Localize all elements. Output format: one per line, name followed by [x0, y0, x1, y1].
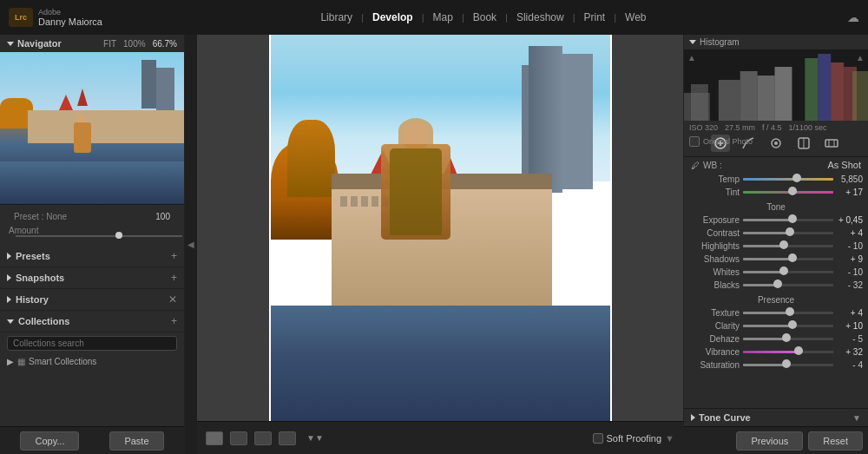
contrast-slider-fill	[743, 232, 790, 234]
collections-add-btn[interactable]: +	[171, 315, 177, 327]
navigator-section: Navigator FIT 100% 66.7%	[0, 35, 184, 205]
snapshots-label: Snapshots	[16, 273, 64, 283]
whites-label: Whites	[689, 267, 740, 277]
nav-66-btn[interactable]: 66.7%	[153, 39, 177, 49]
presence-header: Presence	[684, 292, 868, 306]
histogram-canvas: ▲ ▲	[684, 49, 868, 121]
collections-label-row[interactable]: Collections	[7, 316, 69, 326]
saturation-slider-thumb	[782, 359, 791, 368]
date-dropdown[interactable]: ▼▼	[306, 433, 324, 443]
clarity-slider-thumb	[788, 320, 797, 329]
snapshots-label-row[interactable]: Snapshots	[7, 273, 64, 283]
previous-button[interactable]: Previous	[736, 431, 803, 451]
contrast-slider[interactable]	[743, 232, 833, 234]
wb-row: 🖊 WB : As Shot	[684, 157, 868, 173]
temp-label: Temp	[689, 174, 740, 184]
soft-proofing-checkbox[interactable]	[593, 433, 603, 444]
texture-slider[interactable]	[743, 312, 833, 314]
svg-rect-4	[758, 76, 775, 121]
blacks-slider[interactable]	[743, 284, 833, 286]
highlights-value: - 10	[837, 241, 863, 251]
folder-icon: ▦	[17, 357, 25, 366]
nav-library[interactable]: Library	[312, 11, 361, 23]
temp-slider[interactable]	[743, 178, 833, 181]
highlights-label: Highlights	[689, 241, 740, 251]
loupe-view-btn[interactable]	[230, 431, 247, 445]
dehaze-slider[interactable]	[743, 338, 833, 340]
photo-canvas[interactable]	[197, 35, 683, 421]
nav-100-btn[interactable]: 100%	[123, 39, 146, 49]
wb-value[interactable]: As Shot	[827, 160, 861, 170]
temp-value: 5,850	[837, 174, 863, 184]
collections-search-area	[0, 332, 184, 354]
nav-map[interactable]: Map	[424, 11, 462, 23]
vibrance-slider-fill	[743, 351, 799, 353]
vibrance-label: Vibrance	[689, 347, 740, 357]
collections-search-input[interactable]	[7, 336, 177, 351]
histogram-title-row: Histogram	[689, 37, 740, 47]
histogram-triangle	[689, 40, 696, 44]
tone-curve-triangle	[691, 414, 695, 421]
highlights-slider[interactable]	[743, 245, 833, 247]
navigator-header[interactable]: Navigator FIT 100% 66.7%	[0, 35, 184, 52]
exposure-row: Exposure + 0,45	[684, 214, 868, 227]
saturation-slider-fill	[743, 364, 786, 366]
nav-fit-btn[interactable]: FIT	[103, 39, 116, 49]
grid-view-btn[interactable]	[206, 431, 223, 445]
original-photo-checkbox[interactable]	[689, 136, 700, 147]
tint-label: Tint	[689, 188, 740, 197]
shadows-value: + 9	[837, 254, 863, 264]
reset-button[interactable]: Reset	[808, 431, 863, 451]
copy-button[interactable]: Copy...	[20, 431, 79, 451]
hist-right-arrow[interactable]: ▲	[856, 53, 865, 63]
saturation-slider[interactable]	[743, 364, 833, 366]
shadows-slider[interactable]	[743, 258, 833, 260]
nav-book[interactable]: Book	[464, 11, 505, 23]
collections-label: Collections	[18, 316, 69, 326]
compare-view-btn[interactable]	[254, 431, 272, 445]
tone-curve-label-row: Tone Curve	[691, 412, 751, 423]
collections-triangle	[7, 319, 14, 324]
hist-arrows: ▲ ▲	[687, 53, 865, 63]
dehaze-slider-thumb	[782, 333, 791, 342]
texture-slider-thumb	[786, 307, 794, 316]
nav-print[interactable]: Print	[575, 11, 615, 23]
hist-left-arrow[interactable]: ▲	[687, 53, 696, 63]
cloud-icon[interactable]: ☁	[847, 10, 859, 24]
survey-view-btn[interactable]	[279, 431, 296, 445]
amount-slider[interactable]	[16, 235, 182, 237]
history-clear-btn[interactable]: ✕	[168, 293, 177, 306]
presets-label: Presets	[16, 251, 50, 261]
nav-develop[interactable]: Develop	[364, 11, 422, 23]
shadows-slider-thumb	[788, 253, 797, 262]
presets-add-btn[interactable]: +	[171, 250, 177, 262]
tone-curve-row[interactable]: Tone Curve ▼	[684, 408, 868, 426]
left-panel-toggle[interactable]: ◀	[185, 35, 197, 454]
tint-slider[interactable]	[743, 191, 833, 194]
exposure-slider-thumb	[788, 214, 797, 223]
history-actions: ✕	[168, 293, 177, 306]
photo-frame	[269, 35, 612, 421]
presets-label-row[interactable]: Presets	[7, 251, 50, 261]
vibrance-slider[interactable]	[743, 351, 833, 353]
snapshots-add-btn[interactable]: +	[171, 272, 177, 284]
eyedropper-icon[interactable]: 🖊	[691, 161, 700, 170]
snapshots-panel-item: Snapshots +	[0, 267, 184, 289]
paste-button[interactable]: Paste	[109, 431, 163, 451]
wb-label: 🖊 WB :	[691, 161, 722, 170]
preset-section: Preset : None 100 Amount	[0, 205, 184, 246]
shadows-slider-fill	[743, 258, 792, 260]
window-3	[361, 196, 368, 207]
whites-slider[interactable]	[743, 271, 833, 273]
clarity-slider[interactable]	[743, 325, 833, 327]
shadows-label: Shadows	[689, 254, 740, 264]
dehaze-slider-fill	[743, 338, 786, 340]
smart-collections-item[interactable]: ▶ ▦ Smart Collections	[0, 354, 184, 369]
nav-web[interactable]: Web	[616, 11, 654, 23]
nav-person	[74, 114, 89, 166]
collections-panel-item: Collections +	[0, 311, 184, 332]
left-panel: Navigator FIT 100% 66.7%	[0, 35, 185, 454]
history-label-row[interactable]: History	[7, 294, 49, 305]
exposure-slider[interactable]	[743, 219, 833, 221]
nav-slideshow[interactable]: Slideshow	[508, 11, 573, 23]
